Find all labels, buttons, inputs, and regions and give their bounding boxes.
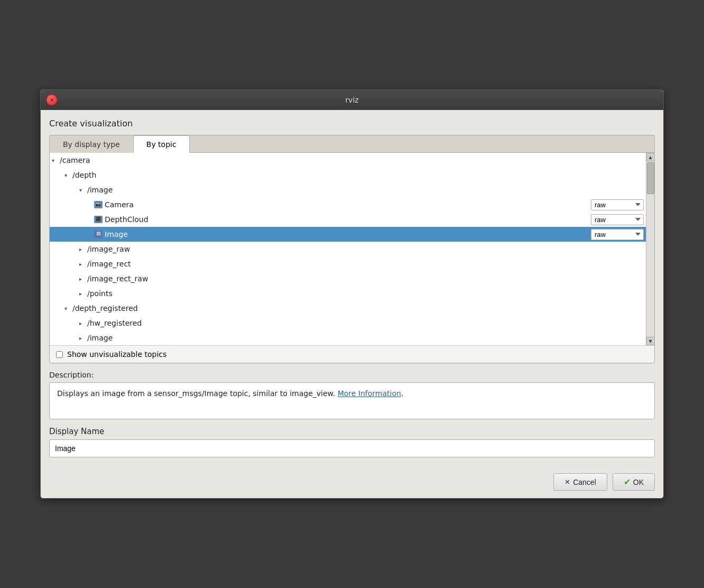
camera-type-icon: 📷 <box>94 201 103 208</box>
scrollbar-thumb[interactable] <box>647 162 654 194</box>
main-panel: By display type By topic ▾ /camera <box>49 135 655 363</box>
tree-row[interactable]: 📷 Camera raw compressed theora <box>50 197 646 212</box>
tree-row[interactable]: ▸ /image_rect_raw <box>50 271 646 286</box>
tab-by-topic[interactable]: By topic <box>133 135 190 153</box>
tree-scrollbar[interactable]: ▲ ▼ <box>646 153 654 345</box>
display-name-section: Display Name <box>49 427 655 457</box>
image-type-icon: 🖼 <box>94 231 103 238</box>
ok-button[interactable]: ✔ OK <box>613 473 655 491</box>
footer: ✕ Cancel ✔ OK <box>41 466 663 498</box>
ok-label: OK <box>633 478 644 486</box>
description-section: Description: Displays an image from a se… <box>49 371 655 419</box>
show-unvisualizable-checkbox[interactable] <box>56 351 63 358</box>
arrow-depth-registered: ▾ <box>64 306 71 311</box>
depthcloud-icon: ⬛ <box>94 216 103 223</box>
tree-row[interactable]: ▾ /image <box>50 182 646 197</box>
window-title: rviz <box>345 96 358 104</box>
tree-label-image-rect: /image_rect <box>87 260 131 268</box>
dialog-content: Create visualization By display type By … <box>41 110 663 466</box>
arrow-depth: ▾ <box>64 172 71 178</box>
description-box: Displays an image from a sensor_msgs/Ima… <box>49 382 655 419</box>
depthcloud-dropdown[interactable]: raw compressed theora <box>591 214 644 225</box>
titlebar: ✕ rviz <box>41 90 663 110</box>
tree-label-image-type: Image <box>105 230 128 238</box>
tree-row[interactable]: ▸ /image_raw <box>50 242 646 256</box>
tree-label-camera-type: Camera <box>105 200 134 209</box>
tree-row[interactable]: ▸ /hw_registered <box>50 316 646 330</box>
tree-row[interactable]: ▾ /camera <box>50 153 646 168</box>
scrollbar-up-button[interactable]: ▲ <box>646 153 655 161</box>
dialog-title: Create visualization <box>49 118 655 128</box>
scrollbar-down-button[interactable]: ▼ <box>646 337 655 345</box>
tree-label-hw-registered: /hw_registered <box>87 319 142 327</box>
tree-row[interactable]: ▸ /image <box>50 330 646 345</box>
tree-label-image: /image <box>87 186 113 194</box>
tree-row[interactable]: ⬛ DepthCloud raw compressed theora <box>50 212 646 227</box>
tree-label-depth: /depth <box>72 171 96 179</box>
arrow-image: ▾ <box>79 187 86 193</box>
close-button[interactable]: ✕ <box>46 94 58 106</box>
camera-dropdown[interactable]: raw compressed theora <box>591 199 644 210</box>
tree-label-camera: /camera <box>60 156 90 164</box>
more-information-link[interactable]: More Information <box>338 389 401 398</box>
cancel-x-icon: ✕ <box>564 478 570 486</box>
cancel-label: Cancel <box>573 478 596 486</box>
tree-label-depthcloud: DepthCloud <box>105 215 149 224</box>
tree-row[interactable]: ▾ /depth_registered <box>50 301 646 316</box>
tree-scrollbar-area: ▾ /camera ▾ /depth ▾ <box>50 153 654 345</box>
display-name-label: Display Name <box>49 427 655 436</box>
arrow-image-rect-raw: ▸ <box>79 276 86 282</box>
ok-check-icon: ✔ <box>624 477 631 487</box>
arrow-camera: ▾ <box>52 158 58 163</box>
tree-content: ▾ /camera ▾ /depth ▾ <box>50 153 646 345</box>
arrow-image2: ▸ <box>79 335 86 341</box>
tree-label-points: /points <box>87 289 113 298</box>
show-unvisualizable-label[interactable]: Show unvisualizable topics <box>67 350 166 359</box>
arrow-hw-registered: ▸ <box>79 320 86 326</box>
arrow-image-rect: ▸ <box>79 261 86 267</box>
cancel-button[interactable]: ✕ Cancel <box>553 473 607 491</box>
image-dropdown[interactable]: raw compressed theora <box>591 229 644 240</box>
tree-label-image2: /image <box>87 334 113 342</box>
arrow-points: ▸ <box>79 291 86 297</box>
tree-row[interactable]: ▾ /depth <box>50 168 646 182</box>
description-label: Description: <box>49 371 655 379</box>
tree-label-depth-registered: /depth_registered <box>72 304 138 313</box>
checkbox-row: Show unvisualizable topics <box>50 345 654 363</box>
rviz-window: ✕ rviz Create visualization By display t… <box>40 89 664 499</box>
tree-row[interactable]: ▸ /points <box>50 286 646 301</box>
tree-label-image-rect-raw: /image_rect_raw <box>87 274 148 283</box>
tree-row[interactable]: ▸ /image_rect <box>50 256 646 271</box>
tree-row-selected[interactable]: 🖼 Image raw compressed theora <box>50 227 646 242</box>
tab-by-display-type[interactable]: By display type <box>50 135 133 153</box>
description-text-after: . <box>401 389 403 398</box>
tree-label-image-raw: /image_raw <box>87 245 130 253</box>
display-name-input[interactable] <box>49 439 655 457</box>
description-text-before: Displays an image from a sensor_msgs/Ima… <box>57 389 338 398</box>
arrow-image-raw: ▸ <box>79 246 86 252</box>
tab-bar: By display type By topic <box>50 135 654 153</box>
